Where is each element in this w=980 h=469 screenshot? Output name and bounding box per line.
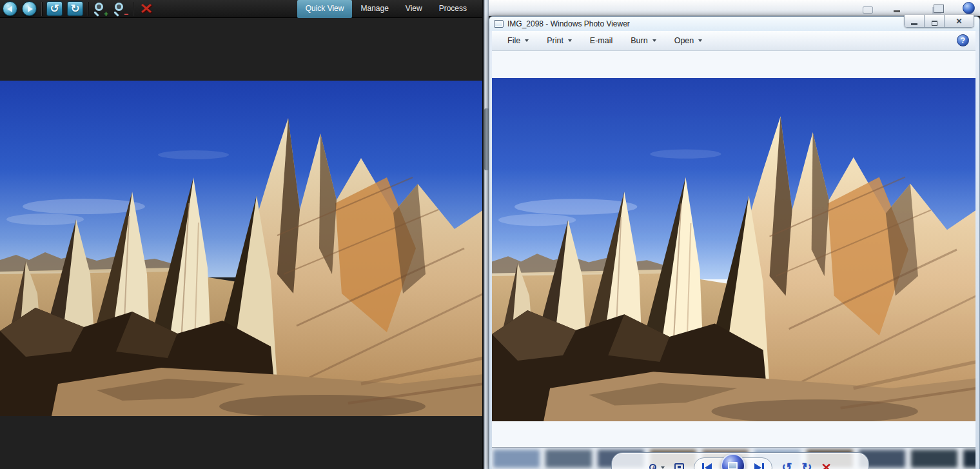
rotate-cw-icon: ↻: [70, 3, 79, 15]
chevron-down-icon: [525, 39, 529, 42]
help-button[interactable]: ?: [957, 34, 969, 46]
menu-email[interactable]: E-mail: [583, 34, 619, 48]
viewer-control-bar: + ↺: [611, 452, 869, 469]
chevron-down-icon: [652, 39, 656, 42]
actual-size-icon: [674, 463, 684, 469]
restore-icon: [932, 21, 937, 26]
slideshow-icon: [728, 462, 738, 469]
minimize-button[interactable]: [905, 15, 925, 28]
navigation-pill: [694, 457, 772, 469]
minus-badge-icon: −: [124, 10, 128, 18]
photo-right: [492, 78, 975, 421]
background-scrollbar[interactable]: [482, 0, 489, 469]
magnifier-icon: +: [649, 464, 656, 469]
filmstrip-thumbnail: [493, 450, 540, 468]
filmstrip-thumbnail: [911, 450, 957, 468]
menu-print-label: Print: [547, 36, 564, 45]
next-icon: [754, 463, 761, 469]
photo-viewer-body: File Print E-mail Burn Open: [492, 31, 975, 469]
next-button[interactable]: [22, 1, 37, 16]
menu-open-label: Open: [674, 36, 694, 45]
help-icon: ?: [961, 36, 965, 45]
tab-manage[interactable]: Manage: [352, 0, 397, 18]
acdsee-viewer-area: [0, 18, 484, 469]
window-title: IMG_2098 - Windows Photo Viewer: [507, 19, 630, 28]
rotate-cw-button[interactable]: ↻: [801, 461, 812, 469]
toolbar-separator: [133, 2, 133, 16]
zoom-out-button[interactable]: −: [113, 1, 128, 17]
zoom-in-button[interactable]: +: [93, 1, 108, 17]
background-window-titlebar: [489, 0, 980, 16]
menu-burn[interactable]: Burn: [624, 34, 662, 48]
menu-file-label: File: [507, 36, 520, 45]
caption-buttons: ✕: [904, 15, 974, 28]
chevron-down-icon: [698, 39, 702, 42]
menu-bar: File Print E-mail Burn Open: [492, 31, 975, 51]
tab-view[interactable]: View: [397, 0, 431, 18]
menu-file[interactable]: File: [501, 34, 535, 48]
background-app-logo-icon[interactable]: [963, 2, 975, 14]
menu-burn-label: Burn: [631, 36, 647, 45]
rotate-left-button[interactable]: ↺: [46, 1, 63, 16]
close-window-button[interactable]: ✕: [945, 15, 974, 28]
acdsee-quickview-window: ↺ ↻ + − ✕ Quick View Manage View Process: [0, 0, 484, 469]
chevron-down-icon: [661, 466, 665, 469]
arrow-right-icon: [28, 6, 33, 12]
rotate-right-button[interactable]: ↻: [67, 1, 83, 16]
delete-button[interactable]: ✕: [821, 462, 832, 469]
previous-icon: [702, 463, 704, 469]
mode-tabs: Quick View Manage View Process: [297, 0, 475, 18]
filmstrip-thumbnail: [963, 450, 975, 468]
menu-open[interactable]: Open: [668, 34, 709, 48]
previous-photo-button[interactable]: [702, 463, 712, 469]
background-minimize-icon[interactable]: [894, 10, 900, 12]
photo-left: [0, 81, 484, 416]
tab-process[interactable]: Process: [431, 0, 475, 18]
menu-print[interactable]: Print: [540, 34, 578, 48]
rotate-ccw-icon: ↺: [50, 3, 59, 15]
background-restore-icon[interactable]: [934, 5, 944, 13]
toolbar-separator: [88, 2, 88, 16]
close-icon: ✕: [956, 17, 962, 25]
play-slideshow-button[interactable]: [721, 454, 745, 469]
background-window-icon: [863, 6, 873, 14]
magnifier-icon: [95, 3, 103, 11]
photo-viewer-window: IMG_2098 - Windows Photo Viewer ✕ File P…: [489, 16, 980, 469]
zoom-menu-button[interactable]: +: [649, 464, 665, 469]
tab-quick-view[interactable]: Quick View: [297, 0, 353, 18]
filmstrip-thumbnail: [545, 450, 592, 468]
chevron-down-icon: [568, 39, 572, 42]
magnifier-icon: [115, 3, 123, 11]
screen: ↺ ↻ + − ✕ Quick View Manage View Process: [0, 0, 980, 469]
previous-button[interactable]: [3, 1, 17, 16]
acdsee-toolbar: ↺ ↻ + − ✕ Quick View Manage View Process: [0, 0, 484, 18]
arrow-left-icon: [7, 6, 12, 12]
menu-email-label: E-mail: [590, 36, 612, 45]
actual-size-button[interactable]: [674, 463, 684, 469]
rotate-ccw-button[interactable]: ↺: [782, 461, 792, 469]
photo-viewer-app-icon: [494, 20, 504, 28]
toolbar-separator: [41, 2, 42, 16]
next-photo-button[interactable]: [754, 463, 764, 469]
plus-badge-icon: +: [104, 10, 108, 18]
minimize-icon: [911, 23, 917, 25]
close-button[interactable]: ✕: [137, 2, 156, 16]
restore-button[interactable]: [925, 15, 945, 28]
